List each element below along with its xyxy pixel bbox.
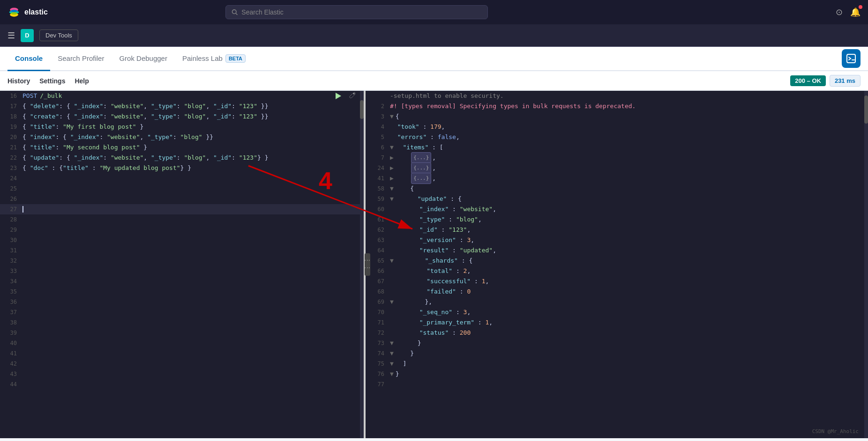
help-link[interactable]: Help — [75, 77, 89, 85]
code-line-20: 20 { "index": { "_index": "website", "_t… — [0, 132, 364, 142]
code-line-19: 19 { "title": "My first blog post" } — [0, 122, 364, 132]
code-line-26: 26 — [0, 194, 364, 204]
output-line-69: 69 ▼ }, — [366, 297, 868, 307]
code-line-32: 32 — [0, 256, 364, 266]
action-links: History Settings Help — [7, 77, 89, 85]
wrench-icon[interactable] — [349, 92, 356, 101]
output-line-6: 6 ▼ "items" : [ — [366, 142, 868, 153]
status-badge: 200 – OK — [790, 75, 826, 86]
svg-point-4 — [11, 12, 17, 15]
search-input[interactable] — [241, 8, 482, 16]
run-button[interactable] — [334, 92, 342, 102]
output-line-65: 65 ▼ "_shards" : { — [366, 256, 868, 266]
code-line-35: 35 — [0, 287, 364, 297]
actionbar: History Settings Help 200 – OK 231 ms — [0, 71, 868, 91]
navbar-right: ⊙ 🔔 — [836, 7, 861, 17]
time-badge: 231 ms — [830, 75, 861, 87]
history-link[interactable]: History — [7, 77, 30, 85]
code-line-30: 30 — [0, 235, 364, 245]
code-line-18: 18 { "create": { "_index": "website", "_… — [0, 111, 364, 122]
output-line-4: 4 "took" : 179, — [366, 122, 868, 132]
output-line-71: 71 "_primary_term" : 1, — [366, 317, 868, 328]
watermark: CSDN @Mr_Aholic — [812, 428, 859, 434]
svg-line-6 — [236, 13, 237, 15]
code-line-39: 39 — [0, 328, 364, 338]
navbar: elastic ⊙ 🔔 — [0, 0, 868, 24]
user-avatar[interactable]: D — [21, 29, 34, 42]
output-scrollbar[interactable] — [864, 91, 868, 438]
console-icon-button[interactable] — [842, 49, 861, 68]
dev-tools-button[interactable]: Dev Tools — [39, 29, 78, 41]
output-line-60: 60 "_index" : "website", — [366, 204, 868, 214]
output-line-77: 77 — [366, 379, 868, 390]
code-line-41: 41 — [0, 348, 364, 359]
editor-scrollbar[interactable] — [360, 91, 364, 438]
main-content: 16 POST /_bulk 17 { "delete": { "_index"… — [0, 91, 868, 438]
output-line-61: 61 "_type" : "blog", — [366, 214, 868, 225]
code-line-43: 43 — [0, 369, 364, 379]
output-line-68: 68 "failed" : 0 — [366, 287, 868, 297]
code-line-44: 44 — [0, 379, 364, 390]
global-search[interactable] — [225, 5, 488, 19]
beta-badge: BETA — [225, 54, 246, 63]
code-line-42: 42 — [0, 359, 364, 369]
menu-hamburger-icon[interactable]: ☰ — [7, 30, 15, 41]
output-line-2: 2 #! [types removal] Specifying types in… — [366, 101, 868, 111]
logo-area[interactable]: elastic — [7, 6, 48, 19]
output-line-5: 5 "errors" : false, — [366, 132, 868, 142]
toolbar: ☰ D Dev Tools — [0, 24, 868, 47]
help-circle-icon[interactable]: ⊙ — [836, 7, 843, 17]
cursor — [22, 206, 23, 213]
code-line-33: 33 — [0, 266, 364, 276]
logo-text: elastic — [24, 8, 48, 16]
output-line-76: 76 ▼ } — [366, 369, 868, 379]
output-line-41: 41 ▶ {...}, — [366, 173, 868, 184]
output-scrollbar-thumb[interactable] — [864, 96, 868, 124]
code-line-34: 34 — [0, 276, 364, 287]
svg-marker-9 — [336, 93, 341, 99]
output-line-72: 72 "status" : 200 — [366, 328, 868, 338]
output-line-70: 70 "_seq_no" : 3, — [366, 307, 868, 317]
output-line-3: 3 ▼ { — [366, 111, 868, 122]
panel-divider-handle[interactable]: ⋮⋮ — [365, 253, 370, 276]
output-line-7: 7 ▶ {...}, — [366, 153, 868, 163]
output-line-73: 73 ▼ } — [366, 338, 868, 348]
output-line-74: 74 ▼ } — [366, 348, 868, 359]
tabbar: Console Search Profiler Grok Debugger Pa… — [0, 47, 868, 71]
notifications-icon[interactable]: 🔔 — [850, 7, 861, 17]
code-line-28: 28 — [0, 214, 364, 225]
tab-grok-debugger[interactable]: Grok Debugger — [112, 47, 175, 71]
code-line-24: 24 — [0, 173, 364, 184]
output-line-58: 58 ▼ { — [366, 184, 868, 194]
output-content[interactable]: -setup.html to enable security. 2 #! [ty… — [366, 91, 868, 438]
editor-scrollbar-thumb[interactable] — [360, 100, 364, 119]
code-line-37: 37 — [0, 307, 364, 317]
settings-link[interactable]: Settings — [39, 77, 65, 85]
tab-painless-lab[interactable]: Painless Lab BETA — [175, 47, 253, 71]
terminal-icon — [846, 53, 856, 64]
tab-search-profiler[interactable]: Search Profiler — [50, 47, 112, 71]
svg-point-10 — [353, 93, 355, 95]
editor-panel[interactable]: 16 POST /_bulk 17 { "delete": { "_index"… — [0, 91, 366, 438]
output-line-63: 63 "_version" : 3, — [366, 235, 868, 245]
output-panel[interactable]: -setup.html to enable security. 2 #! [ty… — [366, 91, 868, 438]
tab-console[interactable]: Console — [7, 47, 50, 71]
code-line-36: 36 — [0, 297, 364, 307]
output-line-62: 62 "_id" : "123", — [366, 225, 868, 235]
search-icon — [232, 9, 238, 15]
output-line-24: 24 ▶ {...}, — [366, 163, 868, 173]
code-editor[interactable]: 16 POST /_bulk 17 { "delete": { "_index"… — [0, 91, 364, 438]
code-line-23: 23 { "doc" : {"title" : "My updated blog… — [0, 163, 364, 173]
output-line-59: 59 ▼ "update" : { — [366, 194, 868, 204]
elastic-logo-icon — [7, 6, 21, 19]
code-line-27: 27 — [0, 204, 364, 214]
code-line-22: 22 { "update": { "_index": "website", "_… — [0, 153, 364, 163]
output-line-66: 66 "total" : 2, — [366, 266, 868, 276]
output-line-75: 75 ▼ ] — [366, 359, 868, 369]
output-line-67: 67 "successful" : 1, — [366, 276, 868, 287]
code-line-40: 40 — [0, 338, 364, 348]
code-line-25: 25 — [0, 184, 364, 194]
code-line-38: 38 — [0, 317, 364, 328]
code-line-29: 29 — [0, 225, 364, 235]
code-line-16: 16 POST /_bulk — [0, 91, 364, 101]
